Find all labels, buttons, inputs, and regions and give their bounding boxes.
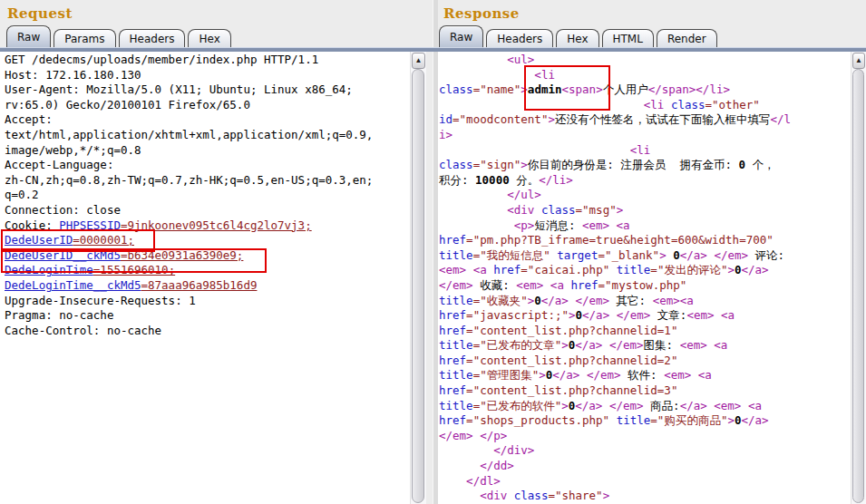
code-line: </ul> (439, 188, 851, 203)
response-panel-title: Response (426, 0, 866, 20)
code-line: zh-CN,zh;q=0.8,zh-TW;q=0.7,zh-HK;q=0.5,e… (5, 173, 410, 189)
response-tab-raw[interactable]: Raw (439, 25, 483, 47)
response-tab-hex[interactable]: Hex (556, 29, 598, 47)
code-line: image/webp,*/*;q=0.8 (5, 143, 410, 159)
code-line: Connection: close (5, 203, 410, 218)
code-line: <li (439, 143, 851, 159)
code-line: 积分: 10000 分。</li> (439, 173, 851, 189)
code-line: GET /dedecms/uploads/member/index.php HT… (5, 53, 410, 68)
http-message-viewer: Request RawParamsHeadersHex GET /dedecms… (0, 0, 866, 504)
code-line: Accept-Language: (5, 158, 410, 173)
response-tab-html[interactable]: HTML (602, 29, 654, 47)
request-scrollbar[interactable]: ▲ (410, 52, 426, 504)
request-scrollbar-thumb[interactable] (412, 69, 424, 503)
code-line: href="content_list.php?channelid=3" (439, 383, 851, 399)
code-line: Host: 172.16.180.130 (5, 68, 410, 83)
code-line: DedeLoginTime__ckMd5=87aaa96a985b16d9 (5, 278, 410, 294)
code-line: </div> (439, 443, 851, 459)
code-line: text/html,application/xhtml+xml,applicat… (5, 128, 410, 143)
code-line: href="javascript:;">0</a> </em> 文章:<em> … (439, 308, 851, 324)
code-line: DedeLoginTime=1551696010; (5, 263, 410, 278)
code-line: <p>短消息: <em> <a (439, 218, 851, 234)
request-tab-raw[interactable]: Raw (6, 25, 51, 47)
response-raw-view[interactable]: <ul> <liclass="name">admin<span>个人用户</sp… (438, 52, 851, 504)
code-line: Accept: (5, 112, 410, 128)
scroll-up-icon[interactable]: ▲ (412, 53, 425, 69)
code-line: class="name">admin<span>个人用户</span></li> (439, 82, 851, 98)
request-panel: Request RawParamsHeadersHex GET /dedecms… (0, 0, 426, 504)
code-line: </dl> (439, 474, 851, 489)
code-line: DedeUserID=0000001; (5, 233, 410, 248)
code-line: rv:65.0) Gecko/20100101 Firefox/65.0 (5, 98, 410, 113)
code-line: Cache-Control: no-cache (5, 324, 410, 339)
code-line: </dd> (439, 459, 851, 474)
code-line: title="管理图集">0</a> </em> 软件: <em> <a (439, 368, 851, 383)
response-tabs: RawHeadersHexHTMLRender (426, 25, 866, 47)
response-tab-headers[interactable]: Headers (486, 29, 553, 47)
code-line: title="已发布的文章">0</a> </em>图集: <em> <a (439, 338, 851, 354)
code-line: DedeUserID__ckMd5=b634e0931a6390e9; (5, 248, 410, 264)
code-line: <li (439, 68, 851, 83)
code-line: <li class="other" (439, 98, 851, 113)
request-raw-view[interactable]: GET /dedecms/uploads/member/index.php HT… (0, 52, 410, 504)
code-line: <em> <a href="caicai.php" title="发出的评论">… (439, 263, 851, 278)
request-panel-title: Request (0, 0, 426, 20)
code-line: href="content_list.php?channelid=1" (439, 324, 851, 339)
scroll-up-icon[interactable]: ▲ (852, 53, 865, 69)
request-tab-params[interactable]: Params (54, 29, 115, 47)
code-line: class="sign">你目前的身份是: 注册会员 拥有金币: 0 个， (439, 158, 851, 173)
code-line: q=0.2 (5, 188, 410, 203)
code-line: Upgrade-Insecure-Requests: 1 (5, 294, 410, 309)
code-line: title="我的短信息" target="_blank"> 0</a> </e… (439, 248, 851, 264)
request-raw-text: GET /dedecms/uploads/member/index.php HT… (0, 52, 410, 338)
code-line: href="pm.php?TB_iframe=true&height=600&w… (439, 233, 851, 248)
response-tab-render[interactable]: Render (657, 29, 717, 47)
request-tab-hex[interactable]: Hex (188, 29, 230, 47)
code-line: title="收藏夹">0</a> </em> 其它: <em><a (439, 294, 851, 309)
response-raw-text: <ul> <liclass="name">admin<span>个人用户</sp… (438, 52, 851, 504)
code-line: <ul> (439, 53, 851, 68)
response-scrollbar[interactable]: ▲ (851, 52, 866, 504)
code-line: i> (439, 128, 851, 143)
code-line: href="shops_products.php" title="购买的商品">… (439, 413, 851, 429)
code-line: <div class="share"> (439, 489, 851, 504)
code-line: <div class="msg"> (439, 203, 851, 218)
code-line: </em> 收藏: <em> <a href="mystow.php" (439, 278, 851, 294)
request-tab-headers[interactable]: Headers (119, 29, 186, 47)
code-line: User-Agent: Mozilla/5.0 (X11; Ubuntu; Li… (5, 82, 410, 98)
code-line: </em> </p> (439, 429, 851, 444)
code-line: href="content_list.php?channelid=2" (439, 354, 851, 369)
response-scrollbar-thumb[interactable] (852, 69, 864, 503)
request-tabs: RawParamsHeadersHex (0, 25, 426, 47)
code-line: Cookie: PHPSESSID=9jnkoonev095tc6l4cg2lo… (5, 218, 410, 234)
code-line: Pragma: no-cache (5, 308, 410, 324)
response-panel: Response RawHeadersHexHTMLRender <ul> <l… (426, 0, 866, 504)
code-line: id="moodcontent">还没有个性签名，试试在下面输入框中填写</l (439, 112, 851, 128)
code-line: title="已发布的软件">0</a> </em> 商品:</a> <em> … (439, 399, 851, 414)
